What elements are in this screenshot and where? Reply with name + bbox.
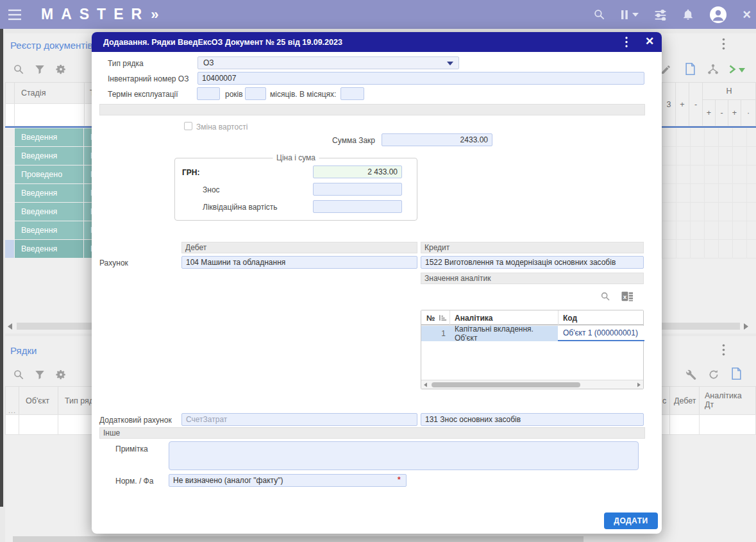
menu-icon[interactable] [8,9,22,21]
rows-gutter[interactable]: ... [8,407,16,414]
row-gutter[interactable] [5,128,14,146]
submit-button[interactable]: ДОДАТИ [604,512,658,529]
rows-search-icon[interactable] [13,369,24,380]
rows-filter-analytics[interactable] [699,414,756,435]
analytics-col-code[interactable]: Код [563,310,577,325]
rows-filter-debit[interactable] [669,414,700,435]
add-row-dialog: Додавання. Рядки ВведЕксОЗ Документ № 25… [92,32,662,534]
hscroll-thumb[interactable] [432,382,580,387]
row-gutter-selected[interactable] [5,240,14,258]
registry-col-stage[interactable]: Стадія [14,82,85,104]
row-gutter[interactable] [5,165,14,183]
rows-new-document-icon[interactable] [731,368,742,380]
table-row[interactable]: Введення [15,128,83,146]
table-row[interactable]: Введення [15,221,83,239]
registry-search-icon[interactable] [13,64,24,75]
registry-filter-icon[interactable] [34,64,46,75]
table-row-selected[interactable]: Введення [15,240,83,258]
norm-input[interactable] [169,474,407,487]
rows-scrollbar[interactable] [13,536,584,542]
analytics-table-header: № Аналітика Код [421,310,643,325]
table-row[interactable]: Проведено [15,165,83,183]
term-total-months-input[interactable] [340,87,364,100]
rows-col-object[interactable]: Об'єкт [19,386,58,415]
registry-col-h1[interactable]: + [702,99,716,126]
registry-triangle-down-icon[interactable] [739,68,745,72]
pause-icon[interactable] [621,10,639,20]
registry-col-h[interactable]: H [702,82,756,100]
analytics-row[interactable]: 1 Капітальні вкладення. Об'єкт Об'єкт 1 … [421,326,643,341]
credit-account-input[interactable] [421,256,644,269]
debit-header: Дебет [181,242,417,253]
table-row[interactable]: Введення [15,147,83,165]
sum-close-input[interactable] [382,133,492,146]
liq-input[interactable] [313,200,402,213]
term-months-input[interactable] [245,87,266,100]
extra-account-label: Додатковий рахунок [99,416,172,425]
extra-account2-input[interactable] [421,413,644,426]
logo-chevrons: » [151,6,158,23]
registry-pencil-icon[interactable] [660,64,671,75]
table-row[interactable]: Введення [15,203,83,221]
rows-gear-icon[interactable] [55,369,67,380]
note-textarea[interactable] [169,441,639,470]
dialog-close-icon[interactable]: ✕ [645,35,654,48]
analytics-excel-icon[interactable]: x [621,291,634,302]
row-gutter[interactable] [5,203,14,221]
registry-col-h2[interactable]: - [715,99,728,126]
row-type-select[interactable]: ОЗ [197,56,459,69]
registry-filter-gutter[interactable] [5,103,15,126]
rows-more-icon[interactable] [722,344,725,356]
analytics-header: Значення аналітик [421,273,644,284]
hscroll-right-icon[interactable] [637,382,641,387]
term-years-input[interactable] [197,87,220,100]
account-icon[interactable] [709,6,727,24]
registry-scroll-left-icon[interactable] [8,323,12,330]
sort-icon[interactable] [439,314,447,321]
bell-icon[interactable] [682,8,694,21]
registry-col-minus[interactable]: - [689,82,703,126]
change-cost-checkbox[interactable] [184,122,192,130]
row-gutter[interactable] [5,221,14,239]
row-gutter[interactable] [5,147,14,165]
inventory-input[interactable] [197,72,644,85]
grn-input[interactable] [313,165,402,178]
analytics-row-code[interactable]: Об'єкт 1 (000000001) [558,326,644,341]
analytics-col-num[interactable]: № [426,310,439,325]
registry-new-document-icon[interactable] [685,63,696,75]
extra-account-input[interactable] [181,413,417,426]
tune-icon[interactable] [654,9,667,21]
rows-filter-object[interactable] [19,414,58,435]
rows-col-debit[interactable]: Дебет [669,386,700,415]
row-gutter[interactable] [5,184,14,202]
table-row[interactable]: Введення [15,184,83,202]
rows-refresh-icon[interactable] [708,369,719,380]
liq-label: Ліквідаційна вартість [203,203,278,212]
dialog-more-icon[interactable] [625,37,628,47]
registry-col-h4[interactable]: · [741,99,756,126]
hscroll-left-icon[interactable] [424,382,427,387]
analytics-search-icon[interactable] [600,291,610,301]
registry-col-plus[interactable]: + [675,82,689,126]
debit-account-input[interactable] [181,256,417,269]
rows-filter-icon[interactable] [34,369,46,380]
analytics-col-analytics[interactable]: Аналітика [455,310,492,325]
rows-filter-gutter[interactable] [5,414,19,435]
registry-gear-icon[interactable] [55,64,67,75]
inventory-label: Інвентарний номер ОЗ [108,74,189,83]
rows-col-analytics-dt[interactable]: Аналітика [705,391,755,400]
registry-col-3[interactable]: 3 [662,82,676,126]
registry-hierarchy-icon[interactable] [707,64,719,75]
search-icon[interactable] [593,8,605,21]
registry-filter-stage[interactable] [14,103,85,126]
registry-scroll-right-icon[interactable] [744,323,748,330]
row-type-label: Тип рядка [108,59,144,68]
znos-input[interactable] [313,183,402,196]
rows-wrench-icon[interactable] [685,369,696,380]
registry-chevron-right-icon[interactable] [728,65,736,74]
close-icon[interactable]: × [743,8,751,22]
registry-col-h3[interactable]: + [728,99,741,126]
registry-more-icon[interactable] [722,38,725,50]
analytics-hscroll[interactable] [421,380,643,389]
grn-label: ГРН: [182,168,199,177]
